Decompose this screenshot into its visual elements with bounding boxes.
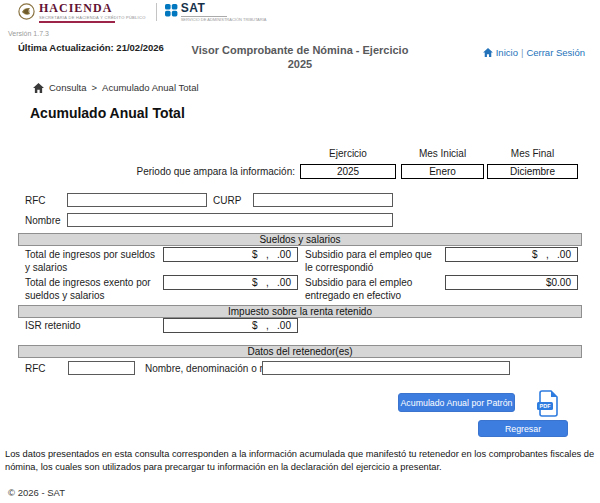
hacienda-subtitle: SECRETARÍA DE HACIENDA Y CRÉDITO PÚBLICO (39, 15, 146, 20)
session-nav: Inicio | Cerrar Sesión (483, 47, 585, 58)
ingresos-exento-value: $ , .00 (163, 275, 298, 290)
breadcrumb-item-current: Acumulado Anual Total (102, 82, 198, 93)
curp-input[interactable] (253, 193, 393, 207)
retenedor-rfc-input[interactable] (68, 361, 135, 375)
sat-squares-icon (165, 3, 178, 21)
breadcrumb-separator: > (92, 82, 98, 93)
cerrar-sesion-link[interactable]: Cerrar Sesión (526, 47, 585, 58)
period-col-mes-inicial: Mes Inicial (401, 148, 484, 159)
breadcrumb-item-consulta[interactable]: Consulta (49, 82, 87, 93)
hacienda-rule (39, 21, 115, 23)
page-header-title-line2: 2025 (150, 57, 450, 71)
breadcrumb-home-icon[interactable] (33, 83, 44, 93)
nav-separator: | (521, 47, 523, 58)
hacienda-wordmark: HACIENDA (39, 2, 146, 14)
total-ingresos-label: Total de ingresos por sueldos y salarios (25, 249, 160, 274)
sat-subtitle: SERVICIO DE ADMINISTRACIÓN TRIBUTARIA (181, 17, 267, 22)
isr-retenido-value: $ , .00 (163, 318, 298, 333)
section-sueldos-header: Sueldos y salarios (18, 233, 582, 246)
page-header-title: Visor Comprobante de Nómina - Ejercicio … (150, 43, 450, 72)
section-retenedor-header: Datos del retenedor(es) (18, 345, 582, 358)
ingresos-exento-label: Total de ingresos exento por sueldos y s… (25, 277, 160, 302)
pdf-icon-label: PDF (540, 403, 552, 409)
copyright: © 2026 - SAT (8, 487, 65, 498)
subsidio-correspondio-label: Subsidio para el empleo que le correspon… (305, 249, 435, 274)
sat-logo: SAT SERVICIO DE ADMINISTRACIÓN TRIBUTARI… (165, 2, 267, 22)
rfc-input[interactable] (67, 193, 207, 207)
subsidio-efectivo-label: Subsidio para el empleo entregado en efe… (305, 277, 435, 302)
breadcrumb: Consulta > Acumulado Anual Total (33, 82, 199, 93)
razon-social-input[interactable] (262, 361, 510, 375)
brand-divider (156, 3, 157, 21)
nombre-label: Nombre (25, 215, 61, 228)
brand-bar: HACIENDA SECRETARÍA DE HACIENDA Y CRÉDIT… (18, 2, 266, 24)
period-mes-inicial-value: Enero (401, 164, 484, 179)
hacienda-logo: HACIENDA SECRETARÍA DE HACIENDA Y CRÉDIT… (39, 2, 146, 23)
period-col-mes-final: Mes Final (487, 148, 578, 159)
retenedor-rfc-label: RFC (25, 363, 46, 376)
hacienda-eagle-icon (18, 3, 35, 24)
isr-retenido-label: ISR retenido (25, 320, 81, 333)
page-header-title-line1: Visor Comprobante de Nómina - Ejercicio (150, 43, 450, 57)
subsidio-correspondio-value: $ , .00 (445, 247, 578, 262)
section-isr-header: Impuesto sobre la renta retenido (18, 305, 582, 318)
home-icon (483, 48, 493, 57)
regresar-button[interactable]: Regresar (478, 420, 568, 437)
pdf-download-icon[interactable]: PDF (537, 390, 560, 421)
acumulado-por-patron-button[interactable]: Acumulado Anual por Patrón (398, 393, 515, 412)
period-mes-final-value: Diciembre (487, 164, 578, 179)
period-ejercicio-value: 2025 (300, 164, 396, 179)
inicio-link[interactable]: Inicio (496, 47, 518, 58)
total-ingresos-value: $ , .00 (163, 247, 298, 262)
rfc-label: RFC (25, 195, 46, 208)
page-title: Acumulado Anual Total (30, 105, 185, 121)
last-update-label: Última Actualización: 21/02/2026 (18, 42, 164, 53)
visor-nomina-page: { "colors": { "accent_blue": "#3d7de0", … (0, 0, 600, 503)
footer-note: Los datos presentados en esta consulta c… (5, 448, 597, 475)
period-label: Periodo que ampara la información: (0, 166, 295, 179)
sat-wordmark: SAT (181, 2, 267, 14)
nombre-input[interactable] (67, 213, 393, 227)
app-version: Versión 1.7.3 (8, 30, 49, 37)
period-col-ejercicio: Ejercicio (300, 148, 396, 159)
curp-label: CURP (213, 195, 241, 208)
subsidio-efectivo-value: $0.00 (445, 275, 578, 290)
